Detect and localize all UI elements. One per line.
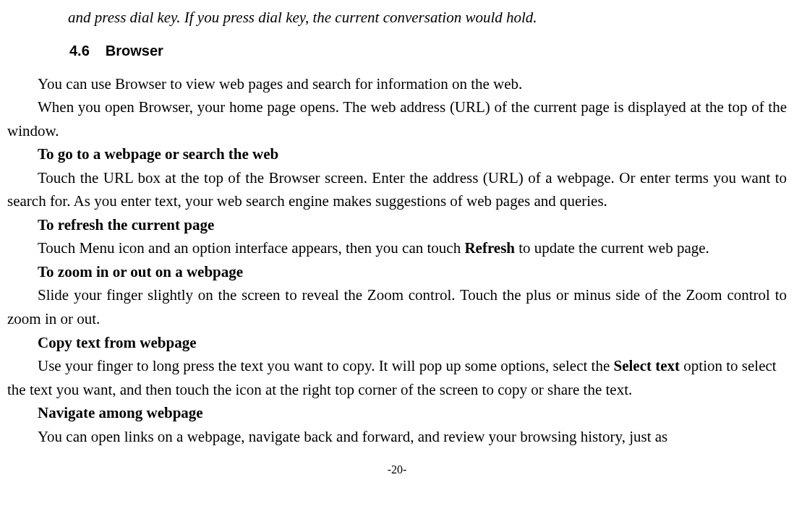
subheading: To zoom in or out on a webpage <box>7 260 787 284</box>
paragraph: Slide your finger slightly on the screen… <box>7 283 787 330</box>
section-number: 4.6 <box>69 40 90 62</box>
subheading-text: Navigate among webpage <box>38 404 203 421</box>
text-part: to update the current web page. <box>515 239 709 257</box>
paragraph: You can open links on a webpage, navigat… <box>7 425 787 449</box>
continuation-text: and press dial key. If you press dial ke… <box>7 6 787 30</box>
paragraph: Touch Menu icon and an option interface … <box>7 236 787 260</box>
subheading: Copy text from webpage <box>7 331 787 355</box>
subheading-text: To zoom in or out on a webpage <box>38 263 243 280</box>
section-heading: 4.6Browser <box>7 40 787 62</box>
bold-term: Select text <box>614 357 680 374</box>
subheading-text: Copy text from webpage <box>38 334 197 351</box>
bold-term: Refresh <box>464 239 515 257</box>
text-part: Use your finger to long press the text y… <box>38 357 614 374</box>
paragraph: You can use Browser to view web pages an… <box>7 72 787 96</box>
section-title: Browser <box>106 43 163 59</box>
text-part: Touch Menu icon and an option interface … <box>38 239 464 257</box>
subheading: To refresh the current page <box>7 213 787 237</box>
subheading-text: To go to a webpage or search the web <box>38 145 278 163</box>
paragraph: Use your finger to long press the text y… <box>7 354 787 401</box>
paragraph: Touch the URL box at the top of the Brow… <box>7 166 787 213</box>
subheading: To go to a webpage or search the web <box>7 142 787 166</box>
paragraph: When you open Browser, your home page op… <box>7 95 787 142</box>
subheading-text: To refresh the current page <box>38 216 214 233</box>
page-number: -20- <box>7 461 787 479</box>
subheading: Navigate among webpage <box>7 401 787 425</box>
